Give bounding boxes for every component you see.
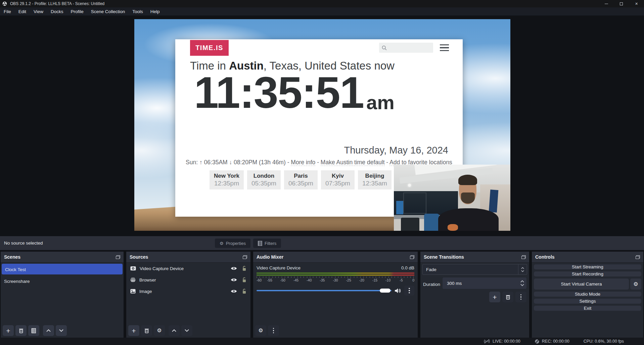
source-row-video-capture[interactable]: Video Capture Device — [126, 263, 250, 274]
mixer-channel-name: Video Capture Device — [257, 265, 301, 270]
mixer-db-value: 0.0 dB — [401, 265, 414, 270]
popout-icon[interactable] — [410, 255, 414, 259]
preview-area[interactable]: TIME.IS Time in Austin, Texas, United St… — [0, 16, 644, 236]
vu-scale: -60 -55 -50 -45 -40 -35 -30 -25 -20 -15 … — [257, 278, 414, 283]
scenes-dock: Scenes Clock Test Screenshare + — [1, 252, 124, 338]
scene-item-clock-test[interactable]: Clock Test — [2, 264, 123, 274]
volume-slider-handle[interactable] — [380, 289, 390, 293]
lock-icon[interactable] — [242, 289, 246, 294]
menu-profile[interactable]: Profile — [67, 7, 87, 16]
mixer-channel-menu-button[interactable] — [404, 286, 414, 296]
popout-icon[interactable] — [116, 255, 120, 259]
eye-icon[interactable] — [231, 289, 237, 293]
audio-mixer-title: Audio Mixer — [257, 254, 410, 260]
add-scene-button[interactable]: + — [3, 325, 14, 336]
remove-scene-button[interactable] — [15, 325, 27, 336]
program-canvas[interactable]: TIME.IS Time in Austin, Texas, United St… — [134, 19, 510, 231]
record-off-icon — [535, 339, 540, 344]
source-row-browser[interactable]: Browser — [126, 274, 250, 286]
gear-icon: ⚙ — [220, 241, 224, 246]
kebab-icon — [409, 288, 410, 294]
remove-source-button[interactable] — [141, 325, 152, 336]
image-icon — [130, 289, 136, 294]
audio-mixer-dock: Audio Mixer Video Capture Device 0.0 dB … — [253, 252, 418, 338]
camera-icon — [130, 266, 136, 271]
timeis-logo: TIME.IS — [190, 40, 229, 56]
start-virtual-camera-button[interactable]: Start Virtual Camera — [534, 278, 629, 290]
chevron-down-icon — [185, 329, 189, 332]
source-row-image[interactable]: Image — [126, 286, 250, 297]
menu-edit[interactable]: Edit — [15, 7, 30, 16]
eye-icon[interactable] — [231, 266, 237, 270]
properties-button[interactable]: ⚙ Properties — [215, 239, 250, 248]
spin-up-icon[interactable] — [520, 280, 524, 283]
scene-item-screenshare[interactable]: Screenshare — [1, 275, 124, 287]
settings-button[interactable]: Settings — [534, 299, 641, 304]
clock-meridiem: am — [366, 88, 395, 117]
duration-label: Duration — [423, 279, 440, 290]
source-move-down-button[interactable] — [181, 325, 192, 336]
source-status-text: No source selected — [4, 236, 43, 250]
close-button[interactable]: ✕ — [629, 0, 644, 7]
menu-scene-collection[interactable]: Scene Collection — [87, 7, 129, 16]
menu-docks[interactable]: Docks — [47, 7, 67, 16]
popout-icon[interactable] — [636, 255, 640, 259]
scene-move-up-button[interactable] — [43, 325, 54, 336]
lock-icon[interactable] — [242, 266, 246, 271]
add-transition-button[interactable]: + — [489, 292, 500, 302]
sources-dock: Sources Video Capture Device Browser — [126, 252, 250, 338]
add-source-button[interactable]: + — [128, 325, 139, 336]
trash-icon — [506, 295, 510, 300]
city-box: Paris06:35pm — [284, 170, 318, 189]
controls-title: Controls — [535, 254, 636, 260]
timeis-date: Thursday, May 16, 2024 — [344, 145, 448, 156]
menu-file[interactable]: File — [0, 7, 15, 16]
exit-button[interactable]: Exit — [534, 306, 641, 311]
popout-icon[interactable] — [521, 255, 526, 259]
menu-help[interactable]: Help — [147, 7, 164, 16]
window-title: OBS 29.1.2 - Profile: LLHLS BETA - Scene… — [10, 1, 104, 6]
advanced-audio-button[interactable]: ⚙ — [255, 325, 266, 336]
spin-down-icon[interactable] — [520, 284, 524, 286]
minimize-button[interactable] — [599, 0, 614, 7]
sources-title: Sources — [130, 254, 243, 260]
volume-slider[interactable] — [257, 286, 392, 296]
start-streaming-button[interactable]: Start Streaming — [534, 264, 641, 269]
select-spinner-icon[interactable] — [518, 264, 527, 274]
trash-icon — [144, 328, 149, 333]
virtual-camera-config-button[interactable]: ⚙ — [630, 278, 641, 290]
city-box: New York12:35pm — [210, 170, 244, 189]
trash-icon — [19, 328, 24, 333]
kebab-icon — [273, 328, 274, 334]
speaker-icon[interactable] — [395, 288, 401, 294]
broadcast-off-icon — [484, 339, 490, 344]
source-properties-button[interactable]: ⚙ — [154, 325, 165, 336]
transition-select[interactable]: Fade — [422, 264, 527, 275]
obs-logo-icon — [2, 1, 7, 6]
source-move-up-button[interactable] — [169, 325, 180, 336]
popout-icon[interactable] — [243, 255, 247, 259]
transition-properties-button[interactable] — [515, 292, 526, 302]
maximize-button[interactable] — [614, 0, 629, 7]
start-recording-button[interactable]: Start Recording — [534, 271, 641, 276]
scene-move-down-button[interactable] — [56, 325, 67, 336]
search-icon — [381, 45, 387, 51]
mixer-menu-button[interactable] — [268, 325, 279, 336]
filters-button[interactable]: Filters — [253, 239, 281, 248]
timeis-search-box — [379, 43, 433, 53]
scene-filters-button[interactable] — [28, 325, 39, 336]
duration-spinbox[interactable]: 300 ms — [443, 277, 526, 289]
studio-mode-button[interactable]: Studio Mode — [534, 292, 641, 297]
menu-view[interactable]: View — [30, 7, 47, 16]
filters-icon — [32, 328, 36, 333]
chevron-up-icon — [172, 329, 176, 332]
scenes-title: Scenes — [4, 254, 116, 260]
remove-transition-button[interactable] — [502, 292, 513, 302]
vu-meter — [257, 272, 414, 274]
menu-tools[interactable]: Tools — [129, 7, 147, 16]
live-status: LIVE: 00:00:00 — [484, 339, 520, 344]
eye-icon[interactable] — [231, 278, 237, 282]
globe-icon — [130, 277, 136, 283]
title-bar: OBS 29.1.2 - Profile: LLHLS BETA - Scene… — [0, 0, 644, 7]
lock-icon[interactable] — [242, 277, 246, 283]
